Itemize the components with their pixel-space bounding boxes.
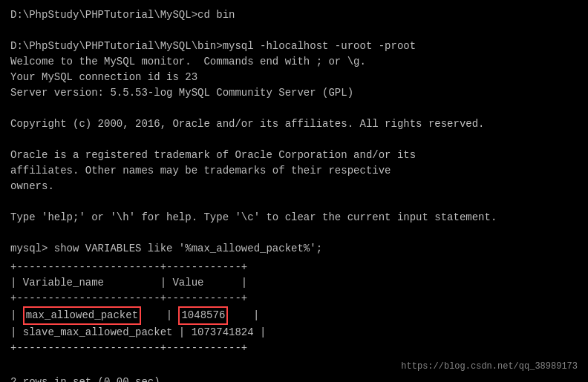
empty-line-2 <box>10 101 578 116</box>
line-rows-in-set: 2 rows in set (0.00 sec) <box>10 375 578 382</box>
table-row-slave: | slave_max_allowed_packet | 1073741824 … <box>10 325 578 340</box>
line-server-version: Server version: 5.5.53-log MySQL Communi… <box>10 85 578 101</box>
variables-table: +-----------------------+------------+ |… <box>10 260 578 356</box>
cell-max-allowed-packet-name: max_allowed_packet <box>23 306 141 325</box>
table-border-mid: +-----------------------+------------+ <box>10 291 578 306</box>
line-welcome: Welcome to the MySQL monitor. Commands e… <box>10 54 578 70</box>
table-border-top: +-----------------------+------------+ <box>10 260 578 275</box>
empty-line-1 <box>10 23 578 39</box>
table-row-max-allowed: | max_allowed_packet | 1048576 | <box>10 306 578 325</box>
table-border-bottom: +-----------------------+------------+ <box>10 340 578 356</box>
empty-line-4 <box>10 194 578 210</box>
line-copyright: Copyright (c) 2000, 2016, Oracle and/or … <box>10 116 578 132</box>
empty-line-3 <box>10 132 578 148</box>
empty-line-5 <box>10 225 578 241</box>
line-oracle-2: affiliates. Other names may be trademark… <box>10 163 578 179</box>
line-connection-id: Your MySQL connection id is 23 <box>10 70 578 85</box>
line-oracle-3: owners. <box>10 179 578 194</box>
terminal-window: D:\PhpStudy\PHPTutorial\MySQL>cd bin D:\… <box>0 0 588 382</box>
watermark: https://blog.csdn.net/qq_38989173 <box>401 360 578 373</box>
line-help-hint: Type 'help;' or '\h' for help. Type '\c'… <box>10 210 578 225</box>
line-mysql-connect: D:\PhpStudy\PHPTutorial\MySQL\bin>mysql … <box>10 39 578 54</box>
table-header-row: | Variable_name | Value | <box>10 275 578 291</box>
line-show-variables: mysql> show VARIABLES like '%max_allowed… <box>10 241 578 257</box>
cell-max-allowed-packet-value: 1048576 <box>178 306 228 325</box>
line-cd-bin: D:\PhpStudy\PHPTutorial\MySQL>cd bin <box>10 7 578 23</box>
line-oracle-1: Oracle is a registered trademark of Orac… <box>10 148 578 163</box>
